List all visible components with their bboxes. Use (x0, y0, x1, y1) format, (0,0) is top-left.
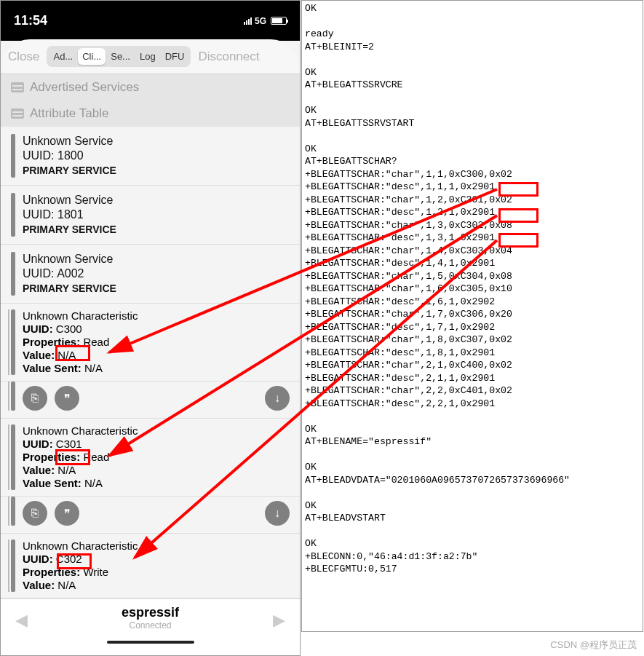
tab-adv[interactable]: Ad... (49, 48, 77, 65)
next-device-icon[interactable]: ▶ (273, 611, 285, 630)
home-indicator (107, 641, 194, 644)
list-icon (11, 82, 24, 92)
tab-log[interactable]: Log (135, 48, 160, 65)
quote-icon[interactable]: ❞ (55, 386, 79, 411)
section-advertised-services[interactable]: Advertised Services (1, 74, 300, 100)
tab-client[interactable]: Cli... (78, 48, 106, 65)
device-name: espressif (122, 605, 179, 620)
section-attribute-table[interactable]: Attribute Table (1, 100, 300, 127)
download-icon[interactable]: ↓ (265, 501, 290, 526)
phone-screenshot: 11:54 5G Close Ad... Cli... Se... Log DF… (0, 0, 301, 656)
highlight-box (498, 208, 538, 223)
highlight-box (55, 345, 90, 361)
characteristic-row[interactable]: Unknown Characteristic UUID: C301 Proper… (1, 419, 300, 497)
action-row: ⎘ ❞ ↓ (1, 382, 300, 419)
service-row[interactable]: Unknown Service UUID: 1801 PRIMARY SERVI… (1, 186, 300, 245)
tab-segmented-control[interactable]: Ad... Cli... Se... Log DFU (47, 46, 191, 67)
ios-status-bar: 11:54 5G (1, 1, 300, 41)
terminal-output: OK ready AT+BLEINIT=2 OK AT+BLEGATTSSRVC… (301, 0, 643, 632)
service-row[interactable]: Unknown Service UUID: A002 PRIMARY SERVI… (1, 245, 300, 304)
tab-server[interactable]: Se... (106, 48, 135, 65)
list-icon (11, 108, 24, 119)
disconnect-button[interactable]: Disconnect (198, 50, 259, 64)
highlight-box (55, 449, 90, 465)
clock: 11:54 (14, 13, 47, 28)
tab-dfu[interactable]: DFU (161, 48, 189, 65)
copy-icon[interactable]: ⎘ (23, 386, 47, 411)
watermark: CSDN @程序员正茂 (550, 639, 637, 652)
highlight-box (57, 553, 92, 569)
characteristic-row[interactable]: Unknown Characteristic UUID: C300 Proper… (1, 304, 300, 382)
attribute-list: Unknown Service UUID: 1800 PRIMARY SERVI… (1, 127, 300, 655)
highlight-box (498, 233, 538, 248)
device-footer: ◀ ▶ espressif Connected (1, 598, 300, 655)
close-button[interactable]: Close (8, 50, 39, 64)
prev-device-icon[interactable]: ◀ (15, 611, 28, 630)
download-icon[interactable]: ↓ (265, 386, 290, 411)
battery-icon (271, 17, 287, 25)
device-status: Connected (129, 620, 171, 631)
network-label: 5G (255, 16, 266, 26)
copy-icon[interactable]: ⎘ (23, 501, 47, 526)
quote-icon[interactable]: ❞ (55, 501, 79, 526)
signal-icon (244, 17, 252, 25)
action-row: ⎘ ❞ ↓ (1, 497, 300, 534)
nav-bar: Close Ad... Cli... Se... Log DFU Disconn… (1, 39, 300, 74)
highlight-box (498, 182, 538, 197)
service-row[interactable]: Unknown Service UUID: 1800 PRIMARY SERVI… (1, 127, 300, 186)
characteristic-row[interactable]: Unknown Characteristic UUID: C302 Proper… (1, 534, 300, 598)
